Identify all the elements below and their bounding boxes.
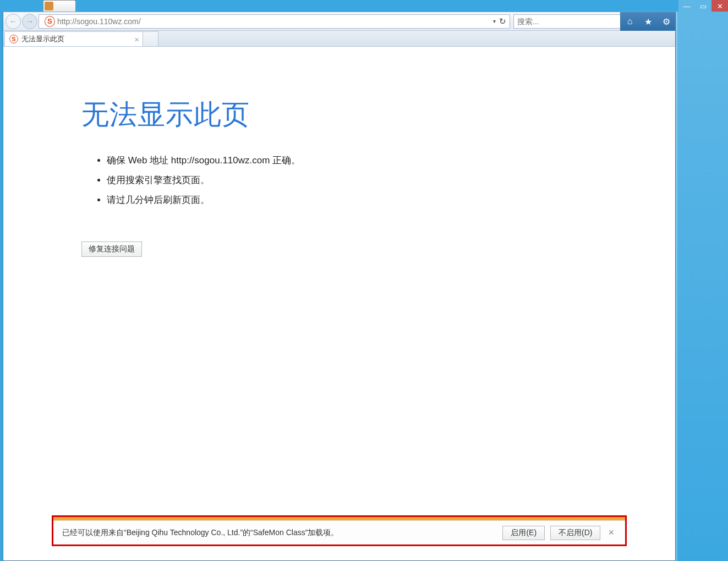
url-input[interactable]	[57, 17, 493, 26]
site-favicon-icon: S	[45, 16, 55, 27]
window-maximize-button[interactable]: ▭	[695, 0, 711, 12]
tab-favicon-icon: S	[9, 35, 18, 43]
taskbar-tab-icon	[45, 2, 53, 10]
error-bullet: 使用搜索引擎查找页面。	[107, 174, 577, 187]
page-viewport: 无法显示此页 确保 Web 地址 http://sogou.110wz.com …	[3, 47, 675, 560]
tab-strip: S 无法显示此页 ×	[3, 31, 675, 47]
notification-text: 已经可以使用来自“Beijing Qihu Technology Co., Lt…	[62, 528, 497, 538]
ie-window: ← → S ▾ ↻ 🔍 ▾ ⌂ ★ ⚙ S 无法显示此页 ×	[3, 12, 676, 561]
address-bar[interactable]: S ▾ ↻	[39, 14, 510, 29]
tab-close-icon[interactable]: ×	[134, 35, 139, 44]
disable-addon-button[interactable]: 不启用(D)	[550, 526, 600, 540]
forward-icon: →	[26, 17, 34, 26]
error-heading: 无法显示此页	[81, 96, 577, 133]
addon-notification-highlight: 已经可以使用来自“Beijing Qihu Technology Co., Lt…	[52, 515, 627, 546]
error-suggestions: 确保 Web 地址 http://sogou.110wz.com 正确。 使用搜…	[107, 154, 577, 206]
favorites-icon[interactable]: ★	[642, 15, 654, 28]
back-button[interactable]: ←	[6, 14, 21, 29]
tab-title: 无法显示此页	[21, 34, 64, 44]
enable-addon-button[interactable]: 启用(E)	[502, 526, 545, 540]
tab-active[interactable]: S 无法显示此页 ×	[4, 31, 143, 46]
taskbar-tab	[43, 0, 76, 12]
error-page: 无法显示此页 确保 Web 地址 http://sogou.110wz.com …	[81, 96, 577, 257]
refresh-icon[interactable]: ↻	[499, 16, 506, 26]
back-icon: ←	[9, 17, 17, 26]
address-dropdown-icon[interactable]: ▾	[493, 18, 496, 24]
notification-close-icon[interactable]: ×	[606, 527, 616, 538]
error-bullet: 请过几分钟后刷新页面。	[107, 194, 577, 207]
settings-gear-icon[interactable]: ⚙	[660, 15, 672, 28]
navigation-bar: ← → S ▾ ↻ 🔍 ▾ ⌂ ★ ⚙	[3, 12, 675, 31]
window-close-button[interactable]: ✕	[711, 0, 728, 12]
desktop-right-edge	[676, 12, 728, 561]
window-minimize-button[interactable]: —	[678, 0, 695, 12]
error-bullet: 确保 Web 地址 http://sogou.110wz.com 正确。	[107, 154, 577, 167]
forward-button[interactable]: →	[22, 14, 37, 29]
addon-notification-bar: 已经可以使用来自“Beijing Qihu Technology Co., Lt…	[53, 520, 625, 544]
fix-connection-button[interactable]: 修复连接问题	[81, 241, 142, 257]
toolbar-right: ⌂ ★ ⚙	[620, 12, 675, 31]
new-tab-button[interactable]	[143, 31, 158, 46]
home-icon[interactable]: ⌂	[624, 15, 636, 28]
